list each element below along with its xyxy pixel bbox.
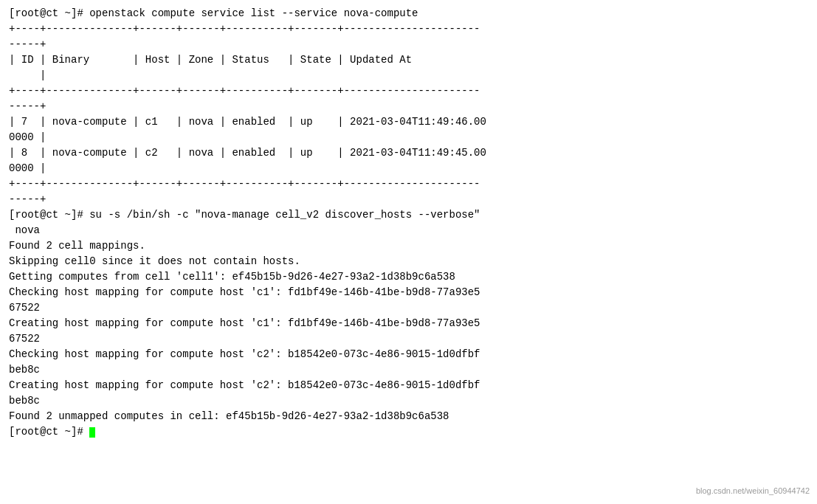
terminal-line: [root@ct ~]# (9, 424, 808, 440)
terminal-line: | ID | Binary | Host | Zone | Status | S… (9, 52, 808, 68)
terminal-line: -----+ (9, 99, 808, 114)
terminal-line: Found 2 unmapped computes in cell: ef45b… (9, 409, 808, 424)
terminal-line: beb8c (9, 393, 808, 409)
terminal-line: [root@ct ~]# openstack compute service l… (9, 6, 808, 21)
terminal-line: | 8 | nova-compute | c2 | nova | enabled… (9, 145, 808, 161)
terminal-line: [root@ct ~]# su -s /bin/sh -c "nova-mana… (9, 207, 808, 223)
terminal-window: [root@ct ~]# openstack compute service l… (0, 0, 817, 504)
terminal-line: 0000 | (9, 130, 808, 145)
terminal-line: | 7 | nova-compute | c1 | nova | enabled… (9, 114, 808, 130)
terminal-line: 67522 (9, 331, 808, 347)
terminal-line: +----+--------------+------+------+-----… (9, 21, 808, 37)
terminal-line: Skipping cell0 since it does not contain… (9, 254, 808, 269)
terminal-line: -----+ (9, 192, 808, 207)
terminal-line: Creating host mapping for compute host '… (9, 378, 808, 393)
terminal-line: Checking host mapping for compute host '… (9, 347, 808, 362)
terminal-line: 67522 (9, 300, 808, 316)
terminal-line: Found 2 cell mappings. (9, 238, 808, 254)
terminal-line: 0000 | (9, 161, 808, 176)
terminal-line: nova (9, 223, 808, 238)
terminal-cursor (89, 427, 95, 438)
terminal-line: Getting computes from cell 'cell1': ef45… (9, 269, 808, 285)
terminal-line: Checking host mapping for compute host '… (9, 285, 808, 300)
terminal-line: beb8c (9, 362, 808, 378)
terminal-line: +----+--------------+------+------+-----… (9, 83, 808, 99)
terminal-line: Creating host mapping for compute host '… (9, 316, 808, 331)
terminal-line: -----+ (9, 37, 808, 52)
terminal-content: [root@ct ~]# openstack compute service l… (9, 6, 808, 440)
terminal-line: | (9, 68, 808, 83)
terminal-line: +----+--------------+------+------+-----… (9, 176, 808, 192)
watermark: blog.csdn.net/weixin_60944742 (696, 486, 810, 497)
